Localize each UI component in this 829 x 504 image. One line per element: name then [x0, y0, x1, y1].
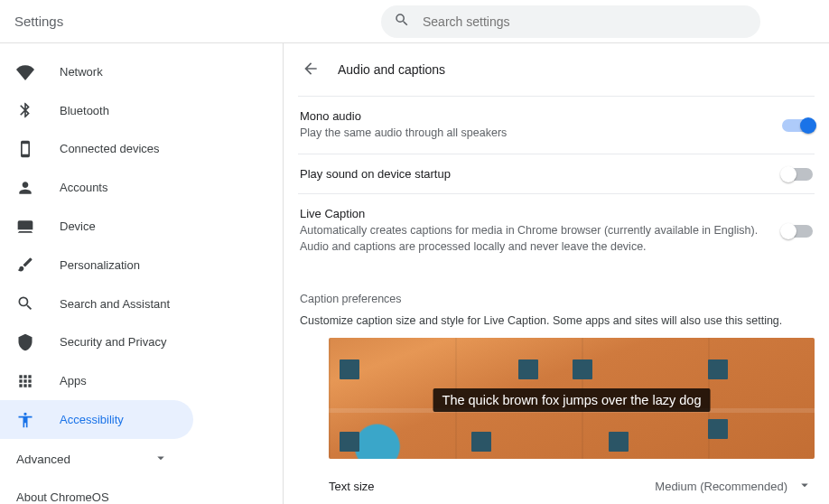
- sidebar-item-connected-devices[interactable]: Connected devices: [0, 130, 193, 169]
- text-size-value: Medium (Recommended): [655, 480, 787, 493]
- sidebar-item-label: Network: [60, 65, 103, 79]
- toggle-live-caption[interactable]: [782, 225, 813, 238]
- brush-icon: [16, 256, 34, 274]
- advanced-label: Advanced: [16, 453, 70, 466]
- sidebar-advanced-toggle[interactable]: Advanced: [0, 439, 185, 480]
- page-header: Audio and captions: [298, 43, 815, 96]
- setting-desc: Automatically creates captions for media…: [300, 222, 768, 255]
- caption-preview: The quick brown fox jumps over the lazy …: [329, 338, 815, 459]
- setting-text-size: Text size Medium (Recommended): [298, 459, 815, 496]
- caption-prefs-desc: Customize caption size and style for Liv…: [298, 309, 815, 338]
- sidebar-item-search-assistant[interactable]: Search and Assistant: [0, 285, 193, 323]
- sidebar-item-label: Bluetooth: [60, 104, 109, 117]
- about-label: About ChromeOS: [16, 490, 109, 504]
- chevron-down-icon: [796, 477, 813, 496]
- main-panel: Audio and captions Mono audio Play the s…: [284, 43, 829, 504]
- back-button[interactable]: [302, 60, 320, 80]
- setting-mono-audio: Mono audio Play the same audio through a…: [298, 96, 815, 154]
- phone-icon: [16, 140, 34, 158]
- sidebar-item-label: Security and Privacy: [60, 335, 167, 349]
- search-icon: [394, 12, 410, 31]
- text-size-label: Text size: [329, 480, 375, 493]
- search-input[interactable]: [423, 14, 748, 29]
- chevron-down-icon: [153, 450, 169, 469]
- setting-title: Play sound on device startup: [300, 167, 768, 181]
- sidebar-item-bluetooth[interactable]: Bluetooth: [0, 91, 193, 130]
- page-title: Audio and captions: [338, 62, 445, 77]
- app-title: Settings: [14, 14, 367, 29]
- bluetooth-icon: [16, 101, 34, 119]
- sidebar-item-accounts[interactable]: Accounts: [0, 168, 193, 207]
- toggle-mono-audio[interactable]: [782, 119, 813, 132]
- setting-title: Live Caption: [300, 207, 768, 220]
- apps-icon: [16, 372, 34, 390]
- setting-desc: Play the same audio through all speakers: [300, 125, 768, 141]
- sidebar-item-label: Personalization: [60, 258, 140, 272]
- sidebar-item-label: Search and Assistant: [60, 297, 170, 311]
- sidebar-item-apps[interactable]: Apps: [0, 361, 193, 400]
- setting-live-caption: Live Caption Automatically creates capti…: [298, 193, 815, 267]
- sidebar: Network Bluetooth Connected devices Acco…: [0, 43, 284, 504]
- sidebar-item-label: Device: [60, 219, 96, 233]
- search-field[interactable]: [381, 5, 760, 38]
- wifi-icon: [16, 62, 34, 80]
- sidebar-item-label: Connected devices: [60, 142, 160, 155]
- caption-prefs-heading: Caption preferences: [298, 284, 815, 309]
- sidebar-item-label: Apps: [60, 374, 87, 387]
- accessibility-icon: [16, 411, 34, 429]
- top-bar: Settings: [0, 0, 829, 43]
- search-icon: [16, 294, 34, 313]
- sidebar-item-label: Accounts: [60, 181, 107, 194]
- sidebar-item-personalization[interactable]: Personalization: [0, 246, 193, 285]
- laptop-icon: [16, 218, 34, 236]
- setting-startup-sound: Play sound on device startup: [298, 154, 815, 193]
- sidebar-item-accessibility[interactable]: Accessibility: [0, 400, 193, 439]
- sidebar-item-security-privacy[interactable]: Security and Privacy: [0, 323, 193, 362]
- shield-icon: [16, 333, 34, 351]
- caption-sample-text: The quick brown fox jumps over the lazy …: [433, 388, 711, 412]
- sidebar-item-label: Accessibility: [60, 413, 124, 426]
- setting-title: Mono audio: [300, 109, 768, 123]
- sidebar-item-device[interactable]: Device: [0, 207, 193, 246]
- toggle-startup-sound[interactable]: [782, 168, 813, 181]
- sidebar-item-network[interactable]: Network: [0, 52, 193, 91]
- text-size-dropdown[interactable]: Medium (Recommended): [655, 477, 813, 496]
- person-icon: [16, 179, 34, 197]
- sidebar-about[interactable]: About ChromeOS: [0, 480, 283, 504]
